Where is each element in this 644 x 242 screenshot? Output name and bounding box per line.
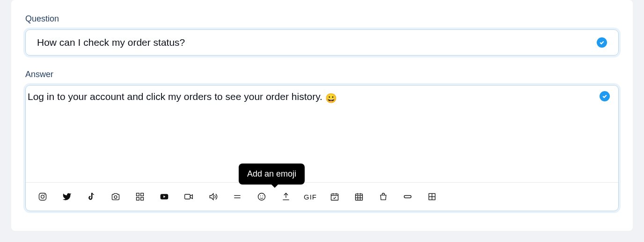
- audio-icon[interactable]: [207, 191, 219, 202]
- pill-icon[interactable]: [402, 191, 413, 202]
- answer-content[interactable]: Log in to your account and click my orde…: [26, 85, 618, 182]
- svg-rect-26: [404, 196, 411, 198]
- answer-inline-emoji: 😀: [325, 93, 337, 103]
- youtube-icon[interactable]: [159, 191, 170, 202]
- camera-icon[interactable]: [110, 191, 121, 202]
- upload-icon[interactable]: [280, 191, 292, 202]
- question-label: Question: [25, 14, 619, 24]
- gif-icon[interactable]: GIF: [305, 191, 316, 202]
- gallery-icon[interactable]: [134, 191, 146, 202]
- svg-point-14: [263, 196, 263, 197]
- equals-icon[interactable]: [232, 191, 243, 202]
- tiktok-icon[interactable]: [86, 191, 97, 202]
- shopping-bag-icon[interactable]: [378, 191, 389, 202]
- question-input[interactable]: How can I check my order status?: [25, 29, 619, 56]
- svg-point-3: [114, 196, 117, 199]
- answer-label: Answer: [25, 70, 619, 79]
- emoji-icon[interactable]: [256, 191, 267, 202]
- svg-rect-0: [39, 193, 46, 200]
- valid-check-icon: [597, 37, 607, 48]
- svg-rect-15: [331, 194, 338, 200]
- valid-check-icon: [600, 91, 610, 101]
- question-value: How can I check my order status?: [37, 37, 597, 48]
- svg-rect-19: [356, 194, 363, 200]
- svg-rect-9: [185, 194, 190, 199]
- svg-point-13: [260, 196, 261, 197]
- svg-point-2: [44, 194, 45, 195]
- date-icon[interactable]: [329, 191, 340, 202]
- svg-rect-5: [141, 193, 144, 196]
- form-card: Question How can I check my order status…: [11, 0, 633, 231]
- svg-rect-6: [137, 198, 139, 200]
- answer-editor[interactable]: Log in to your account and click my orde…: [25, 85, 619, 211]
- svg-rect-7: [141, 198, 144, 200]
- instagram-icon[interactable]: [37, 191, 48, 202]
- answer-value: Log in to your account and click my orde…: [28, 91, 325, 102]
- twitter-icon[interactable]: [61, 191, 73, 202]
- calendar-grid-icon[interactable]: [353, 191, 365, 202]
- svg-rect-4: [137, 193, 139, 196]
- svg-point-12: [258, 193, 265, 200]
- svg-point-1: [41, 195, 44, 199]
- tooltip: Add an emoji: [239, 164, 305, 185]
- video-icon[interactable]: [183, 191, 194, 202]
- table-icon[interactable]: [426, 191, 438, 202]
- editor-toolbar: Add an emoji: [26, 182, 618, 211]
